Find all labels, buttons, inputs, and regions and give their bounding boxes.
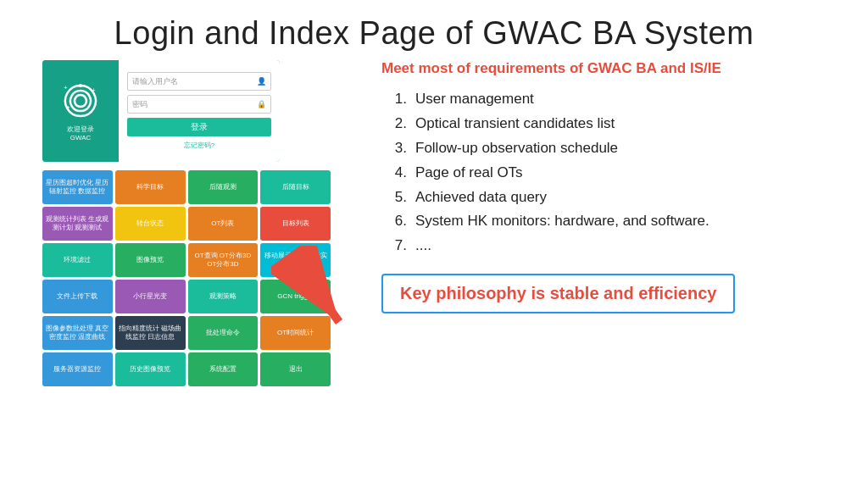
feature-num: 7. [381, 234, 407, 258]
grid-row: 观测统计列表 生成观测计划 观测测试转台状态OT列表目标列表 [42, 207, 331, 241]
password-field[interactable]: 密码 🔒 [127, 95, 271, 114]
grid-cell[interactable]: 退出 [260, 352, 331, 386]
feature-text: System HK monitors: hardware, and softwa… [415, 209, 709, 234]
key-philosophy-box: Key philosophy is stable and efficiency [381, 274, 735, 313]
grid-cell[interactable]: 批处理命令 [188, 316, 259, 350]
forgot-password-link[interactable]: 忘记密码? [127, 141, 271, 150]
dashboard-grid: 星历图超时优化 星历辐射监控 数据监控科学目标后随观测后随目标观测统计列表 生成… [42, 170, 331, 386]
username-field[interactable]: 请输入用户名 👤 [127, 72, 271, 91]
login-form: 请输入用户名 👤 密码 🔒 登录 忘记密码? [119, 60, 280, 162]
feature-list-item: 5.Achieved data query [381, 186, 868, 210]
svg-text:+: + [64, 84, 68, 92]
feature-list-item: 3.Follow-up observation schedule [381, 136, 868, 161]
page-title: Login and Index Page of GWAC BA System [0, 0, 868, 52]
grid-cell[interactable]: 系统配置 [188, 352, 259, 386]
key-philosophy-text: Key philosophy is stable and efficiency [400, 284, 716, 302]
grid-cell[interactable]: 图像参数批处理 真空密度监控 温度曲线 [42, 316, 113, 350]
feature-num: 5. [381, 186, 407, 210]
grid-cell[interactable]: OT查询 OT分布3D OT分布3D [188, 243, 259, 277]
grid-row: 星历图超时优化 星历辐射监控 数据监控科学目标后随观测后随目标 [42, 170, 331, 204]
svg-text:✦: ✦ [66, 105, 70, 110]
grid-cell[interactable]: 目标列表 [260, 207, 331, 241]
feature-text: Follow-up observation schedule [415, 136, 618, 161]
grid-row: 服务器资源监控历史图像预览系统配置退出 [42, 352, 331, 386]
user-icon: 👤 [257, 77, 266, 86]
grid-cell[interactable]: 星历图超时优化 星历辐射监控 数据监控 [42, 170, 113, 204]
grid-cell[interactable]: OT列表 [188, 207, 259, 241]
grid-cell[interactable]: 指向精度统计 磁场曲线监控 日志信息 [115, 316, 186, 350]
feature-list-item: 2.Optical transient candidates list [381, 112, 868, 136]
password-placeholder: 密码 [132, 99, 147, 110]
feature-list: 1.User management2.Optical transient can… [381, 87, 868, 258]
grid-cell[interactable]: 后随观测 [188, 170, 259, 204]
svg-point-0 [79, 84, 82, 87]
grid-cell[interactable]: 科学目标 [115, 170, 186, 204]
grid-row: 环境滤过图像预览OT查询 OT分布3D OT分布3D移动展示 移动展示实时 数据… [42, 243, 331, 277]
grid-cell[interactable]: 服务器资源监控 [42, 352, 113, 386]
feature-text: Page of real OTs [415, 161, 523, 186]
subtitle: Meet most of requirements of GWAC BA and… [381, 60, 868, 77]
feature-list-item: 1.User management [381, 87, 868, 112]
left-panel: + + ✦ 欢迎登录 GWAC 请输入用户名 👤 密码 🔒 登录 忘记密码? [25, 60, 356, 389]
login-left-panel: + + ✦ 欢迎登录 GWAC [42, 60, 119, 162]
spiral-icon: + + ✦ [59, 80, 102, 122]
feature-num: 3. [381, 136, 407, 161]
feature-text: User management [415, 87, 534, 112]
grid-row: 文件上传下载小行星光变观测策略GCN trigger [42, 280, 331, 313]
grid-cell[interactable]: 观测统计列表 生成观测计划 观测测试 [42, 207, 113, 241]
grid-cell[interactable]: 图像预览 [115, 243, 186, 277]
feature-num: 2. [381, 112, 407, 136]
grid-cell[interactable]: OT时间统计 [260, 316, 331, 350]
feature-list-item: 7..... [381, 234, 868, 258]
lock-icon: 🔒 [257, 100, 266, 108]
grid-cell[interactable]: 转台状态 [115, 207, 186, 241]
feature-text: Optical transient candidates list [415, 112, 615, 136]
right-panel: Meet most of requirements of GWAC BA and… [356, 60, 868, 389]
feature-text: Achieved data query [415, 186, 547, 210]
login-button[interactable]: 登录 [127, 118, 271, 136]
feature-list-item: 4.Page of real OTs [381, 161, 868, 186]
svg-text:+: + [92, 86, 96, 94]
grid-cell[interactable]: 后随目标 [260, 170, 331, 204]
grid-row: 图像参数批处理 真空密度监控 温度曲线指向精度统计 磁场曲线监控 日志信息批处理… [42, 316, 331, 350]
username-placeholder: 请输入用户名 [132, 76, 178, 87]
grid-cell[interactable]: GCN trigger [260, 280, 331, 313]
feature-num: 6. [381, 209, 407, 234]
grid-cell[interactable]: 环境滤过 [42, 243, 113, 277]
grid-cell[interactable]: 小行星光变 [115, 280, 186, 313]
feature-num: 1. [381, 87, 407, 112]
grid-cell[interactable]: 历史图像预览 [115, 352, 186, 386]
feature-text: .... [415, 234, 431, 258]
feature-list-item: 6.System HK monitors: hardware, and soft… [381, 209, 868, 234]
grid-cell[interactable]: 移动展示 移动展示实时 数据分布 [260, 243, 331, 277]
feature-num: 4. [381, 161, 407, 186]
login-brand-label: 欢迎登录 GWAC [67, 125, 94, 143]
grid-cell[interactable]: 观测策略 [188, 280, 259, 313]
login-mockup: + + ✦ 欢迎登录 GWAC 请输入用户名 👤 密码 🔒 登录 忘记密码? [42, 60, 280, 162]
grid-cell[interactable]: 文件上传下载 [42, 280, 113, 313]
